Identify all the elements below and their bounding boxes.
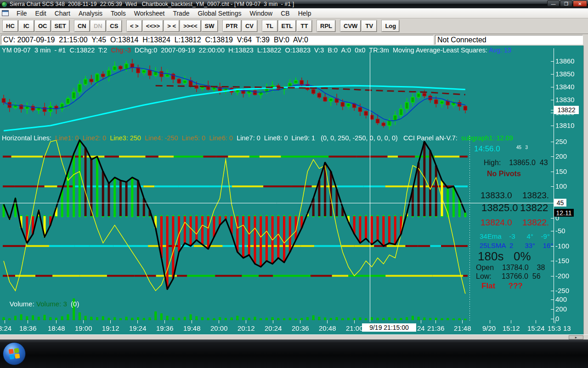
toolbar-button-RPL[interactable]: RPL	[317, 20, 335, 32]
window-title: Sierra Chart SCS 348 2008-11-19 22:05:39…	[10, 1, 294, 7]
cci-axis-label: -100	[555, 242, 569, 250]
toolbar-button-CV[interactable]: CV	[242, 20, 257, 32]
menu-item-cb[interactable]: CB	[277, 9, 294, 18]
toolbar-button-[interactable]: < >	[127, 20, 142, 32]
price-level-1b: 13823.	[522, 190, 549, 201]
last-price-box: 13822	[554, 106, 579, 114]
toolbar-group: < ><<>>> <>><<SW	[127, 20, 219, 32]
price-level-2b: 13822	[520, 202, 548, 214]
title-bar: Sierra Chart SCS 348 2008-11-19 22:05:39…	[0, 0, 588, 8]
volume-label-prefix: Volume:	[10, 300, 36, 308]
toolbar: HCICOCSETCNDNCS< ><<>>> <>><<SWPTRCVTLET…	[0, 18, 588, 34]
toolbar-button-[interactable]: > <	[164, 20, 179, 32]
connection-status: Not Connected	[435, 35, 583, 45]
hlines-segment: Line5: 0	[182, 134, 209, 142]
toolbar-button-[interactable]: >><<	[180, 20, 200, 32]
chart-header-text: YM 09-07 3 min - #1 C:13822 T:2 Chg:-3 D…	[2, 46, 511, 54]
mdi-child-icon[interactable]	[2, 10, 9, 16]
toolbar-group: HCICOCSET	[3, 20, 70, 32]
time-axis-label: 8:24	[0, 324, 11, 332]
toolbar-button-TT[interactable]: TT	[297, 20, 312, 32]
hlines-segment: Line3: 250	[110, 134, 145, 142]
hlines-segment: CCI Panel aN-V.7:	[403, 134, 461, 142]
menu-item-file[interactable]: File	[12, 9, 31, 18]
toolbar-group: CVWTV	[340, 20, 378, 32]
toolbar-button-TL[interactable]: TL	[262, 20, 277, 32]
menu-item-worksheet[interactable]: Worksheet	[130, 9, 169, 18]
menu-item-help[interactable]: Help	[294, 9, 316, 18]
toolbar-button-Log[interactable]: Log	[382, 20, 399, 32]
start-button[interactable]	[3, 342, 26, 365]
toolbar-button-ETL[interactable]: ETL	[278, 20, 296, 32]
time-axis-label: 20:36	[292, 324, 309, 332]
toolbar-button-HC[interactable]: HC	[3, 20, 18, 32]
close-button[interactable]: ✕	[573, 0, 587, 7]
header-segment: Avg: 13	[489, 46, 511, 54]
toolbar-button-IC[interactable]: IC	[19, 20, 34, 32]
menu-item-chart[interactable]: Chart	[51, 9, 74, 18]
toolbar-button-[interactable]: <<>>	[143, 20, 163, 32]
time-axis-label: 21:36	[427, 324, 445, 332]
price-axis-label: 13860	[555, 57, 575, 65]
price-axis-label: 13850	[555, 70, 575, 78]
menu-bar: FileEditChartAnalysisToolsWorksheetTrade…	[0, 8, 588, 18]
time-axis-label: 15:24	[527, 324, 545, 332]
time-axis-label: 21:00	[346, 324, 363, 332]
volume-study-label: Volume: Volume: 3 (0)	[2, 292, 79, 316]
time-axis-label: 18:48	[48, 324, 65, 332]
menu-item-tools[interactable]: Tools	[107, 9, 130, 18]
bar-timer-line: 180s 0%	[478, 249, 531, 264]
volume-axis-label: 200	[555, 305, 567, 313]
crosshair-time-box: 9/19 21:15:00	[362, 323, 416, 332]
no-pivots-label: No Pivots	[487, 170, 521, 178]
menu-item-analysis[interactable]: Analysis	[74, 9, 107, 18]
horizontal-scroll-button[interactable]: ►	[569, 335, 583, 339]
time-axis-label: 18:36	[19, 324, 37, 332]
time-axis-label: 20:24	[265, 324, 282, 332]
toolbar-group: Log	[382, 20, 400, 32]
toolbar-button-PTR[interactable]: PTR	[223, 20, 241, 32]
toolbar-button-CS[interactable]: CS	[107, 20, 122, 32]
taskbar: ▭❐e▶A◆◎▆XWF● ▣◉◆ JMobilty ManagereDiskuz…	[0, 339, 588, 368]
toolbar-group: PTRCV	[223, 20, 258, 32]
header-segment: YM 09-07 3 min - #1 C:13822 T:2	[2, 46, 111, 54]
toolbar-button-CVW[interactable]: CVW	[340, 20, 361, 32]
hlines-segment: Line1: 0	[55, 134, 83, 142]
toolbar-button-SW[interactable]: SW	[202, 20, 218, 32]
toolbar-group: CNDNCS	[74, 20, 123, 32]
time-axis-label: 15:3	[548, 324, 561, 332]
vertical-scrollbar[interactable]	[583, 46, 588, 334]
time-axis-label: 24	[417, 324, 425, 332]
time-axis-label: 19:24	[129, 324, 147, 332]
menu-item-global-settings[interactable]: Global Settings	[193, 9, 245, 18]
hlines-segment: Line7: 0	[237, 134, 264, 142]
ema-study-line: 34Ema -3 4° -9°	[480, 232, 550, 240]
menu-item-edit[interactable]: Edit	[31, 9, 51, 18]
window-bottom-strip: ►	[0, 334, 588, 339]
price-chart-canvas[interactable]	[0, 46, 588, 334]
price-level-1a: 13833.0	[481, 190, 512, 201]
header-segment: Chg:-3	[111, 46, 131, 54]
hlines-segment: Line9: 1	[292, 134, 321, 142]
toolbar-button-TV[interactable]: TV	[362, 20, 377, 32]
header-segment: DChg:0 2007-09-19 22:00:00 H:13823 L:138…	[131, 46, 489, 54]
time-axis-label: 19:36	[156, 324, 174, 332]
minimize-button[interactable]: —	[547, 0, 560, 7]
status-row: CV: 2007-09-19 21:15:00 Y:45 O:13814 H:1…	[0, 34, 588, 46]
cci-last-value-box: 12.11	[554, 209, 574, 217]
lsma-study-line: 25LSMA 2 33° 16°	[480, 242, 553, 249]
toolbar-button-OC[interactable]: OC	[35, 20, 51, 32]
hlines-segment: Line8: 0	[264, 134, 292, 142]
restore-button[interactable]: ❐	[560, 0, 572, 7]
toolbar-group: TLETLTT	[262, 20, 313, 32]
price-level-3b: 13822.	[522, 218, 549, 228]
time-axis-label: 15:12	[503, 324, 520, 332]
menu-item-trade[interactable]: Trade	[169, 9, 193, 18]
chart-region: YM 09-07 3 min - #1 C:13822 T:2 Chg:-3 D…	[0, 46, 588, 334]
toolbar-button-CN[interactable]: CN	[74, 20, 90, 32]
toolbar-button-SET[interactable]: SET	[51, 20, 69, 32]
crosshair-value-box: 45	[554, 199, 566, 207]
cci-axis-label: 100	[555, 182, 567, 190]
price-axis-label: 13810	[555, 121, 575, 129]
menu-item-window[interactable]: Window	[245, 9, 277, 18]
